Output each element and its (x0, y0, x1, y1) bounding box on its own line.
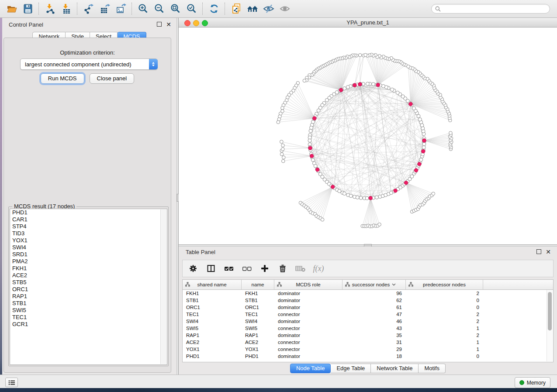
table-cell: ACE2 (242, 340, 274, 345)
table-row[interactable]: TEC1TEC1connector472 (183, 311, 553, 318)
list-item[interactable]: PHD1 (10, 209, 167, 216)
float-panel-icon[interactable] (157, 22, 162, 27)
list-item[interactable]: RAP1 (10, 293, 167, 300)
network-canvas[interactable] (179, 28, 557, 244)
import-table-button[interactable] (58, 1, 74, 16)
export-table-button[interactable] (97, 1, 113, 16)
table-cell: 0 (406, 298, 483, 303)
table-cell: 2 (406, 319, 483, 324)
list-item[interactable]: YOX1 (10, 237, 167, 244)
zoom-out-button[interactable] (151, 1, 167, 16)
list-item[interactable]: GCR1 (10, 321, 167, 328)
list-item[interactable]: SWI5 (10, 307, 167, 314)
save-session-button[interactable] (20, 1, 36, 16)
list-item[interactable]: CAR1 (10, 216, 167, 223)
column-header-mcds-role[interactable]: MCDS role (274, 280, 343, 289)
create-column-button[interactable] (259, 263, 270, 274)
mcds-result-groupbox: MCDS result (17 nodes) PHD1CAR1STP4TID3Y… (8, 206, 169, 366)
list-item[interactable]: ORC1 (10, 286, 167, 293)
table-row[interactable]: YOX1YOX1connector291 (183, 346, 553, 353)
network-document-icon (231, 3, 242, 14)
column-header-name[interactable]: name (242, 280, 274, 289)
list-item[interactable]: STP4 (10, 223, 167, 230)
list-item[interactable]: STB1 (10, 300, 167, 307)
close-panel-button[interactable]: Close panel (90, 73, 135, 84)
list-item[interactable]: TEC1 (10, 314, 167, 321)
list-item[interactable]: PMA2 (10, 258, 167, 265)
network-column-icon (408, 282, 413, 287)
optimization-criterion-dropdown[interactable]: largest connected component (undirected) (20, 58, 158, 70)
select-all-button[interactable] (224, 263, 234, 274)
list-item[interactable]: ACE2 (10, 272, 167, 279)
table-row[interactable]: PHD1PHD1dominator180 (183, 353, 553, 360)
hide-graphics-details-button[interactable] (260, 1, 277, 16)
export-network-icon (83, 3, 94, 14)
function-builder-button[interactable]: f(x) (313, 263, 324, 274)
table-cell: SWI5 (242, 326, 274, 331)
list-item[interactable]: TID3 (10, 230, 167, 237)
plus-icon (260, 264, 269, 273)
list-item[interactable]: SRD1 (10, 251, 167, 258)
zoom-selected-icon (186, 3, 197, 14)
gear-icon (189, 264, 197, 273)
table-row[interactable]: STB1STB1dominator620 (183, 297, 553, 304)
import-network-button[interactable] (42, 1, 58, 16)
table-cell: dominator (274, 333, 343, 338)
table-row[interactable]: FKH1FKH1dominator962 (183, 290, 553, 297)
table-row[interactable]: SWI4SWI4dominator462 (183, 318, 553, 325)
table-cell: YOX1 (242, 347, 274, 352)
column-header-shared-name[interactable]: shared name (183, 280, 242, 289)
delete-table-icon (295, 264, 306, 273)
run-mcds-button[interactable]: Run MCDS (41, 73, 84, 84)
tab-network-table[interactable]: Network Table (371, 364, 419, 373)
column-header-predecessor-nodes[interactable]: predecessor nodes (406, 280, 483, 289)
list-scrollbar[interactable] (160, 210, 166, 364)
table-row[interactable]: ORC1ORC1dominator610 (183, 304, 553, 311)
show-column-button[interactable] (206, 263, 216, 274)
scrollbar-thumb[interactable] (548, 292, 552, 330)
float-panel-icon[interactable] (536, 249, 541, 254)
list-item[interactable]: SWI4 (10, 244, 167, 251)
table-cell: 18 (343, 354, 406, 359)
table-cell: 61 (343, 305, 406, 310)
show-graphics-details-button[interactable] (277, 1, 293, 16)
list-item[interactable]: STB5 (10, 279, 167, 286)
import-network-from-database-button[interactable] (228, 1, 244, 16)
show-all-networks-button[interactable] (244, 1, 260, 16)
search-input[interactable] (443, 5, 546, 12)
network-window-titlebar: YPA_prune.txt_1 (179, 18, 557, 28)
export-image-button[interactable] (113, 1, 129, 16)
dropdown-stepper-icon (149, 59, 158, 69)
close-panel-icon[interactable]: ✕ (546, 250, 551, 254)
tab-motifs[interactable]: Motifs (419, 364, 446, 373)
tab-edge-table[interactable]: Edge Table (331, 364, 371, 373)
mcds-result-list[interactable]: PHD1CAR1STP4TID3YOX1SWI4SRD1PMA2FKH1ACE2… (10, 209, 167, 365)
zoom-fit-button[interactable] (167, 1, 183, 16)
open-session-button[interactable] (3, 1, 20, 16)
zoom-selected-button[interactable] (183, 1, 200, 16)
list-item[interactable]: FKH1 (10, 265, 167, 272)
table-row[interactable]: ACE2ACE2connector311 (183, 339, 553, 346)
columns-icon (207, 264, 215, 273)
delete-table-button[interactable] (295, 263, 306, 274)
zoom-in-button[interactable] (135, 1, 151, 16)
tab-node-table[interactable]: Node Table (290, 364, 331, 373)
task-history-button[interactable] (5, 378, 18, 387)
table-row[interactable]: SWI5SWI5connector431 (183, 325, 553, 332)
table-scrollbar[interactable] (547, 290, 553, 361)
column-header-successor-nodes[interactable]: successor nodes (343, 280, 406, 289)
table-options-button[interactable] (188, 263, 198, 274)
memory-button[interactable]: Memory (515, 377, 550, 388)
table-cell: 0 (406, 305, 483, 310)
network-window-title: YPA_prune.txt_1 (179, 19, 557, 26)
table-cell: connector (274, 347, 343, 352)
table-row[interactable]: RAP1RAP1dominator352 (183, 332, 553, 339)
table-cell: 35 (343, 333, 406, 338)
close-panel-icon[interactable]: ✕ (166, 22, 171, 27)
toolbar-separator (77, 3, 78, 15)
deselect-all-button[interactable] (242, 263, 252, 274)
table-cell: ORC1 (183, 305, 242, 310)
delete-column-button[interactable] (277, 263, 288, 274)
apply-layout-button[interactable] (206, 1, 222, 16)
export-network-button[interactable] (80, 1, 97, 16)
